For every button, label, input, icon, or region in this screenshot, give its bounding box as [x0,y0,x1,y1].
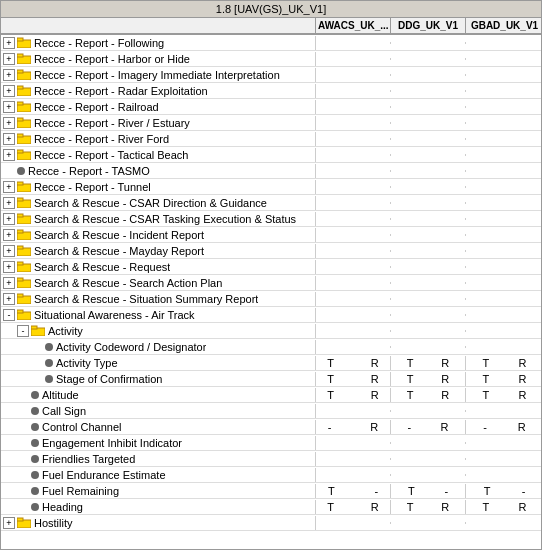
svg-rect-27 [17,262,23,265]
col-header-gbad: GBAD_UK_V1 [466,18,541,33]
row-label: Search & Rescue - Request [34,261,170,273]
table-row[interactable]: + Recce - Report - Tunnel [1,179,541,195]
table-row[interactable]: + Recce - Report - Following [1,35,541,51]
row-name-cell: - Situational Awareness - Air Track [1,308,316,322]
table-row[interactable]: + Hostility [1,515,541,531]
awacs-cell [316,218,391,220]
tree-expand-icon[interactable]: + [3,101,15,113]
table-row[interactable]: + Recce - Report - Railroad [1,99,541,115]
table-row[interactable]: + Search & Rescue - Search Action Plan [1,275,541,291]
ddg-val1: T [407,373,414,385]
table-row[interactable]: Stage of ConfirmationTRTRTR [1,371,541,387]
table-row[interactable]: + Recce - Report - Radar Exploitation [1,83,541,99]
ddg-cell [391,74,466,76]
ddg-cell [391,250,466,252]
tree-expand-icon[interactable]: + [3,517,15,529]
tree-expand-icon[interactable]: + [3,213,15,225]
awacs-val2: R [370,421,378,433]
table-row[interactable]: + Search & Rescue - Incident Report [1,227,541,243]
row-name-cell: + Recce - Report - Tactical Beach [1,148,316,162]
table-row[interactable]: Activity Codeword / Designator [1,339,541,355]
table-row[interactable]: Friendlies Targeted [1,451,541,467]
row-label: Search & Rescue - Mayday Report [34,245,204,257]
awacs-cell [316,154,391,156]
awacs-val1: T [327,501,334,513]
table-row[interactable]: Engagement Inhibit Indicator [1,435,541,451]
tree-expand-icon[interactable]: + [3,229,15,241]
tree-expand-icon[interactable]: + [3,197,15,209]
ddg-cell [391,442,466,444]
rows-container[interactable]: + Recce - Report - Following+ Recce - Re… [1,35,541,546]
folder-icon [17,149,31,160]
table-row[interactable]: - Situational Awareness - Air Track [1,307,541,323]
table-row[interactable]: + Recce - Report - Imagery Immediate Int… [1,67,541,83]
tree-expand-icon[interactable]: + [3,293,15,305]
table-row[interactable]: AltitudeTRTRTR [1,387,541,403]
tree-expand-icon[interactable]: + [3,53,15,65]
ddg-cell [391,58,466,60]
tree-expand-icon[interactable]: + [3,85,15,97]
ddg-val1: T [407,389,414,401]
ddg-cell [391,154,466,156]
folder-icon [17,117,31,128]
ddg-val2: R [441,501,449,513]
folder-icon [17,197,31,208]
tree-expand-icon[interactable]: + [3,117,15,129]
awacs-cell [316,522,391,524]
gbad-cell [466,266,541,268]
gbad-val1: T [483,389,490,401]
row-name-cell: + Hostility [1,516,316,530]
gbad-val1: - [483,421,487,433]
table-row[interactable]: + Search & Rescue - Request [1,259,541,275]
table-row[interactable]: Fuel RemainingT-T-T- [1,483,541,499]
awacs-cell [316,170,391,172]
tree-expand-icon[interactable]: + [3,37,15,49]
row-name-cell: Fuel Remaining [1,484,316,498]
tree-expand-icon[interactable]: + [3,245,15,257]
table-row[interactable]: + Search & Rescue - Situation Summary Re… [1,291,541,307]
table-row[interactable]: Control Channel-R-R-R [1,419,541,435]
tree-expand-icon[interactable]: + [3,133,15,145]
svg-rect-37 [17,518,23,521]
folder-icon [17,37,31,48]
tree-expand-icon[interactable]: + [3,69,15,81]
table-row[interactable]: - Activity [1,323,541,339]
row-name-cell: + Search & Rescue - Request [1,260,316,274]
table-row[interactable]: + Search & Rescue - CSAR Direction & Gui… [1,195,541,211]
table-row[interactable]: Call Sign [1,403,541,419]
row-label: Situational Awareness - Air Track [34,309,195,321]
table-row[interactable]: + Search & Rescue - CSAR Tasking Executi… [1,211,541,227]
folder-icon [17,53,31,64]
table-row[interactable]: Activity TypeTRTRTR [1,355,541,371]
tree-expand-icon[interactable]: + [3,149,15,161]
ddg-cell: -R [391,420,466,434]
row-label: Friendlies Targeted [42,453,135,465]
svg-rect-31 [17,294,23,297]
tree-expand-icon[interactable]: + [3,181,15,193]
svg-rect-7 [17,86,23,89]
table-row[interactable]: + Recce - Report - River / Estuary [1,115,541,131]
row-name-cell: + Recce - Report - Railroad [1,100,316,114]
gbad-cell [466,250,541,252]
svg-rect-17 [17,182,23,185]
tree-expand-icon[interactable]: + [3,277,15,289]
row-label: Search & Rescue - Search Action Plan [34,277,222,289]
table-row[interactable]: HeadingTRTRTR [1,499,541,515]
tree-expand-icon[interactable]: - [3,309,15,321]
gbad-cell [466,458,541,460]
tree-expand-icon[interactable]: + [3,261,15,273]
row-name-cell: + Recce - Report - Imagery Immediate Int… [1,68,316,82]
ddg-cell [391,474,466,476]
folder-icon [17,277,31,288]
row-name-cell: + Recce - Report - Harbor or Hide [1,52,316,66]
table-row[interactable]: + Recce - Report - Harbor or Hide [1,51,541,67]
table-row[interactable]: + Recce - Report - Tactical Beach [1,147,541,163]
tree-expand-icon[interactable]: - [17,325,29,337]
table-row[interactable]: + Recce - Report - River Ford [1,131,541,147]
table-row[interactable]: Fuel Endurance Estimate [1,467,541,483]
gbad-val1: T [483,501,490,513]
table-row[interactable]: + Search & Rescue - Mayday Report [1,243,541,259]
table-row[interactable]: Recce - Report - TASMO [1,163,541,179]
row-label: Search & Rescue - CSAR Tasking Execution… [34,213,296,225]
gbad-val2: R [518,357,526,369]
